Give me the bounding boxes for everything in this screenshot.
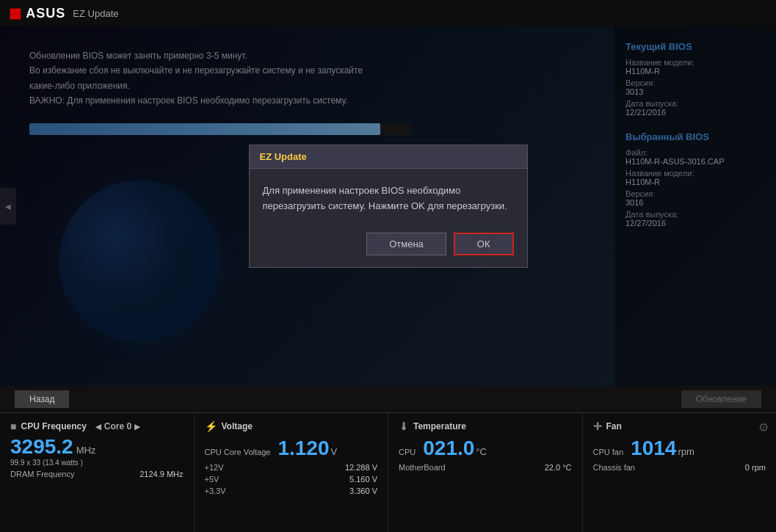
header-title: EZ Update xyxy=(73,8,118,19)
temperature-section: 🌡 Temperature CPU 021.0 °C MotherBoard 2… xyxy=(388,413,583,532)
mb-temp-label: MotherBoard xyxy=(399,463,446,472)
back-button[interactable]: Назад xyxy=(15,390,69,408)
core-voltage-value: 1.120 xyxy=(278,437,329,460)
chassis-fan-label: Chassis fan xyxy=(593,463,635,472)
v5-value: 5.160 V xyxy=(349,475,377,484)
dialog-message: Для применения настроек BIOS необходимо … xyxy=(250,169,527,226)
temp-title: 🌡 Temperature xyxy=(399,420,572,432)
mb-temp-value: 22.0 °C xyxy=(545,463,572,472)
cpu-icon: ■ xyxy=(10,420,16,432)
voltage-icon: ⚡ xyxy=(205,420,217,432)
cpu-freq-title: ■ CPU Frequency ◀ Core 0 ▶ xyxy=(10,420,184,432)
voltage-title: ⚡ Voltage xyxy=(205,420,378,432)
status-bar: ■ CPU Frequency ◀ Core 0 ▶ 3295.2 MHz 99… xyxy=(0,412,776,532)
cpu-freq-display: 3295.2 MHz xyxy=(10,437,184,457)
dram-row: DRAM Frequency 2124.9 MHz xyxy=(10,470,184,478)
cpu-fan-display: CPU fan 1014 rpm xyxy=(593,437,766,460)
dialog: EZ Update Для применения настроек BIOS н… xyxy=(249,145,528,269)
v33-label: +3.3V xyxy=(205,487,226,495)
dialog-title: EZ Update xyxy=(250,145,527,169)
dram-label: DRAM Frequency xyxy=(10,470,74,478)
dialog-ok-button[interactable]: ОК xyxy=(454,233,514,255)
voltage-section: ⚡ Voltage CPU Core Voltage 1.120 V +12V … xyxy=(195,413,389,532)
dialog-overlay: EZ Update Для применения настроек BIOS н… xyxy=(0,26,776,386)
v33-value: 3.360 V xyxy=(349,487,377,495)
cpu-fan-unit: rpm xyxy=(678,446,694,457)
v33-row: +3.3V 3.360 V xyxy=(205,487,378,495)
settings-icon[interactable]: ⚙ xyxy=(758,420,769,434)
v5-row: +5V 5.160 V xyxy=(205,475,378,484)
cpu-temp-value: 021.0 xyxy=(423,437,474,460)
dialog-cancel-button[interactable]: Отмена xyxy=(366,233,446,255)
fan-section: ✛ Fan CPU fan 1014 rpm Chassis fan 0 rpm… xyxy=(583,413,777,532)
v12-row: +12V 12.288 V xyxy=(205,463,378,472)
core-nav: ◀ Core 0 ▶ xyxy=(95,421,140,431)
core-voltage-label: CPU Core Voltage xyxy=(205,448,271,456)
core-next-arrow[interactable]: ▶ xyxy=(134,423,140,431)
cpu-temp-display: CPU 021.0 °C xyxy=(399,437,572,460)
update-button[interactable]: Обновление xyxy=(681,390,761,408)
cpu-fan-value: 1014 xyxy=(631,437,676,460)
fan-icon: ✛ xyxy=(593,420,602,432)
header: ▩ ASUS EZ Update xyxy=(0,0,776,26)
core-voltage-unit: V xyxy=(330,446,337,457)
v5-label: +5V xyxy=(205,475,220,484)
cpu-temp-unit: °C xyxy=(476,446,487,457)
temp-icon: 🌡 xyxy=(399,420,409,432)
asus-logo: ▩ ASUS xyxy=(9,5,65,21)
cpu-freq-unit: MHz xyxy=(76,445,96,456)
cpu-fan-label: CPU fan xyxy=(593,448,624,456)
fan-title: ✛ Fan xyxy=(593,420,766,432)
bottom-bar: Назад Обновление xyxy=(0,386,776,412)
v12-value: 12.288 V xyxy=(345,463,377,472)
dram-value: 2124.9 MHz xyxy=(139,470,183,478)
v12-label: +12V xyxy=(205,463,224,472)
mb-temp-row: MotherBoard 22.0 °C xyxy=(399,463,572,472)
core-voltage-display: CPU Core Voltage 1.120 V xyxy=(205,437,378,460)
core-prev-arrow[interactable]: ◀ xyxy=(95,423,101,431)
dialog-buttons: Отмена ОК xyxy=(250,225,527,267)
main-area: ◀ Обновление BIOS может занять примерно … xyxy=(0,26,776,386)
cpu-frequency-section: ■ CPU Frequency ◀ Core 0 ▶ 3295.2 MHz 99… xyxy=(0,413,195,532)
chassis-fan-value: 0 rpm xyxy=(745,463,766,472)
cpu-freq-value: 3295.2 xyxy=(10,437,73,457)
cpu-temp-label: CPU xyxy=(399,448,416,456)
chassis-fan-row: Chassis fan 0 rpm xyxy=(593,463,766,472)
core-label: Core 0 xyxy=(104,421,131,431)
cpu-sub-info: 99.9 x 33 (13.4 watts ) xyxy=(10,459,184,467)
